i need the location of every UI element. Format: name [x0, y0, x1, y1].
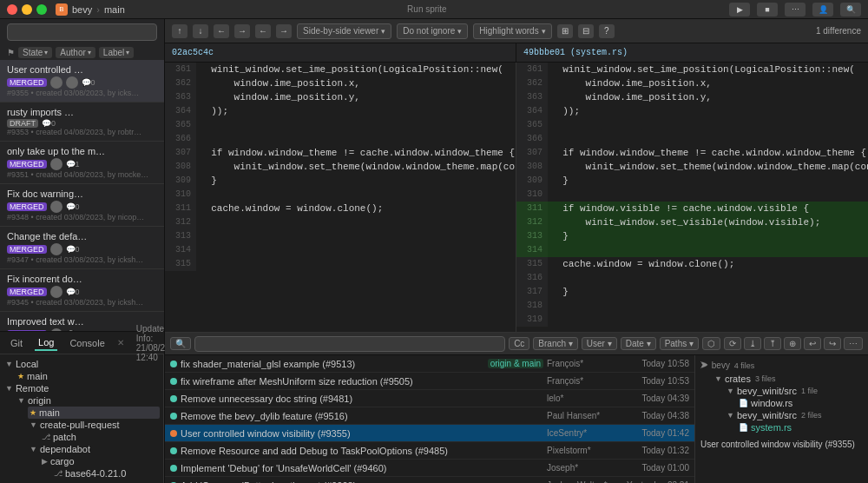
log-system-rs[interactable]: 📄 system.rs — [737, 421, 863, 433]
nav-up-button[interactable]: ↑ — [172, 24, 187, 38]
tree-dependabot[interactable]: ▼ dependabot — [28, 443, 160, 455]
line-number: 312 — [516, 215, 548, 229]
log-row[interactable]: Remove the bevy_dylib feature (#9516) Pa… — [165, 407, 694, 425]
more-log-button[interactable]: ⋯ — [844, 337, 863, 350]
diff-line: 309 } — [516, 174, 868, 188]
tab-close-icon[interactable]: ✕ — [117, 338, 124, 347]
nav-back-button[interactable]: ← — [255, 24, 271, 38]
sync-scroll-button[interactable]: ⊞ — [557, 24, 573, 38]
search-log-button[interactable]: 🔍 — [170, 337, 191, 350]
undo-button[interactable]: ↩ — [804, 337, 821, 350]
line-content — [196, 229, 516, 243]
log-bevy-winit-src[interactable]: ▼ bevy_winit/src 1 file — [725, 385, 863, 397]
tree-dependabot-label: dependabot — [40, 444, 90, 454]
log-crates-item[interactable]: ▼ crates 3 files — [713, 373, 863, 385]
stop-button[interactable]: ■ — [757, 3, 778, 17]
diff-line: 362 window.ime_position.x, — [165, 76, 516, 90]
pr-item[interactable]: Fix incorrent do… MERGED 💬0 #9345 • crea… — [0, 269, 164, 312]
more-button[interactable]: ⋯ — [785, 3, 806, 17]
filter-state[interactable]: State ▾ — [18, 47, 52, 58]
paths-dropdown[interactable]: Paths ▾ — [660, 337, 699, 350]
nav-left-button[interactable]: ← — [214, 24, 229, 38]
pr-meta: MERGED 💬0 — [7, 201, 157, 213]
play-button[interactable]: ▶ — [729, 3, 750, 17]
line-number: 366 — [516, 132, 548, 146]
file-icon-window: 📄 — [739, 399, 748, 407]
account-button[interactable]: 👤 — [812, 3, 833, 17]
git-tabs: Git Log Console ✕ Update Info: 21/08/202… — [0, 332, 164, 354]
log-row[interactable]: Remove Resource and add Debug to TaskPoo… — [165, 442, 694, 460]
tree-patch[interactable]: ⎇ patch — [40, 431, 160, 443]
pr-item[interactable]: only take up to the m… MERGED 💬1 #9351 •… — [0, 142, 164, 184]
pr-item[interactable]: Change the defa… MERGED 💬0 #9347 • creat… — [0, 227, 164, 269]
sidebar-search-input[interactable] — [7, 23, 157, 41]
filter-label[interactable]: Label ▾ — [99, 47, 134, 58]
sidebar-filters: ⚑ State ▾ Author ▾ Label ▾ — [0, 45, 164, 60]
tab-git[interactable]: Git — [7, 336, 26, 350]
redo-button[interactable]: ↪ — [824, 337, 841, 350]
diff-line: 313 — [165, 229, 516, 243]
tree-branch-main[interactable]: ★ main — [16, 370, 160, 382]
line-number: 365 — [516, 118, 548, 132]
highlight-mode-select[interactable]: Highlight words ▾ — [473, 23, 551, 39]
cc-button[interactable]: Cc — [509, 337, 529, 350]
filter-author[interactable]: Author ▾ — [56, 47, 95, 58]
tab-log[interactable]: Log — [35, 335, 57, 351]
diff-line: 313 } — [516, 229, 868, 243]
log-window-rs[interactable]: 📄 window.rs — [737, 397, 863, 409]
zoom-button[interactable]: ⊕ — [784, 337, 801, 350]
tree-remote[interactable]: ▼ Remote — [3, 382, 160, 394]
refresh-button[interactable]: ⟳ — [724, 337, 741, 350]
log-row[interactable]: fix shader_material_glsl example (#9513)… — [165, 355, 694, 373]
pr-date: #9351 • created 04/08/2023, by mocke… — [7, 170, 157, 179]
viewer-mode-select[interactable]: Side-by-side viewer ▾ — [297, 23, 391, 39]
maximize-button[interactable] — [36, 4, 47, 15]
tree-create-pr[interactable]: ▼ create-pull-request — [28, 419, 160, 431]
line-content — [548, 132, 868, 146]
pr-meta: MERGED 💬0 — [7, 76, 157, 89]
user-dropdown[interactable]: User ▾ — [582, 337, 617, 350]
minimize-button[interactable] — [22, 4, 32, 15]
star-icon: ★ — [17, 372, 24, 380]
sidebar-search-bar — [0, 19, 164, 45]
line-number: 313 — [516, 229, 548, 243]
diff-right-pane[interactable]: 361 winit_window.set_ime_position(Logica… — [516, 63, 868, 332]
pr-item[interactable]: Fix doc warning… MERGED 💬0 #9348 • creat… — [0, 184, 164, 227]
push-button[interactable]: ⤒ — [764, 337, 781, 350]
close-button[interactable] — [7, 4, 17, 15]
git-tree: ▼ Local ★ main ▼ Remote ▼ origin — [0, 354, 164, 483]
log-bevy-winit-src2[interactable]: ▼ bevy_winit/src 2 files — [725, 409, 863, 421]
branch-dropdown[interactable]: Branch ▾ — [533, 337, 577, 350]
grid-view-button[interactable]: ⊟ — [578, 24, 594, 38]
tree-local[interactable]: ▼ Local — [3, 358, 160, 370]
line-content: if window.visible != cache.window.visibl… — [548, 202, 868, 215]
nav-fwd-button[interactable]: → — [276, 24, 292, 38]
tree-origin-main[interactable]: ★ main — [28, 407, 160, 419]
tree-cargo[interactable]: ▶ cargo — [40, 455, 160, 467]
pr-comment-count: 💬0 — [42, 119, 56, 128]
pr-item[interactable]: rusty imports … DRAFT 💬0 #9353 • created… — [0, 103, 164, 142]
log-row[interactable]: Remove unnecessary doc string (#9481) le… — [165, 390, 694, 407]
fetch-button[interactable]: ⤓ — [744, 337, 761, 350]
date-dropdown[interactable]: Date ▾ — [621, 337, 656, 350]
log-row[interactable]: fix wireframe after MeshUniform size red… — [165, 373, 694, 390]
search-button[interactable]: 🔍 — [840, 3, 861, 17]
log-list: fix shader_material_glsl example (#9513)… — [165, 355, 694, 483]
nav-right-button[interactable]: → — [234, 24, 250, 38]
line-number: 312 — [165, 215, 196, 229]
tree-origin[interactable]: ▼ origin — [16, 394, 160, 407]
log-row[interactable]: Implement 'Debug' for 'UnsafeWorldCell' … — [165, 460, 694, 477]
pr-meta: MERGED 💬0 — [7, 243, 157, 255]
log-search-input[interactable] — [194, 336, 505, 352]
line-number: 365 — [165, 118, 196, 132]
share-button[interactable]: ⬡ — [702, 337, 720, 350]
log-row[interactable]: User controlled window visibility (#9355… — [165, 425, 694, 442]
diff-left-pane[interactable]: 361 winit_window.set_ime_position(Logica… — [165, 63, 516, 332]
nav-down-button[interactable]: ↓ — [193, 24, 208, 38]
help-button[interactable]: ? — [599, 24, 615, 38]
pr-item[interactable]: User controlled … MERGED 💬0 #9355 • crea… — [0, 60, 164, 103]
log-row[interactable]: Add 'GamepadButtonInput' event (#9008) J… — [165, 477, 694, 483]
ignore-mode-select[interactable]: Do not ignore ▾ — [397, 23, 468, 39]
tree-base64[interactable]: ⎇ base64-0.21.0 — [52, 467, 160, 480]
tab-console[interactable]: Console — [66, 336, 108, 350]
